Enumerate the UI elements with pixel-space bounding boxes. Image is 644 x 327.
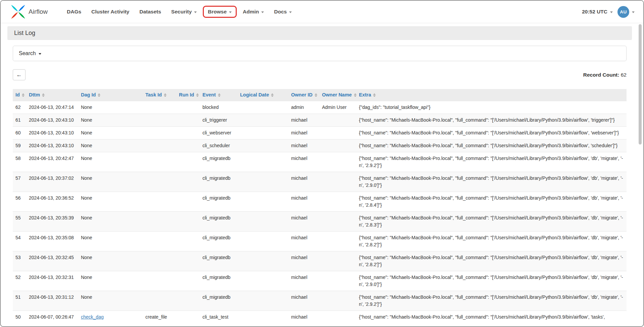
cell-dttm: 2024-06-13, 20:47:14 [26,101,78,114]
cell-run_id [176,271,200,291]
cell-extra: {"host_name": "Michaels-MacBook-Pro.loca… [356,212,627,232]
cell-dag_id: None [78,212,143,232]
cell-owner_id: michael [288,251,319,271]
cell-event: cli_scheduler [200,139,237,152]
nav-item-security[interactable]: Security [166,5,202,18]
cell-id: 57 [13,172,26,192]
cell-run_id [176,192,200,212]
cell-dag_id: None [78,192,143,212]
column-header-dttm[interactable]: Dttm [26,89,78,101]
cell-event: blocked [200,101,237,114]
column-header-task_id[interactable]: Task Id [143,89,176,101]
column-header-extra[interactable]: Extra [356,89,627,101]
dag-id-link[interactable]: check_dag [81,314,104,320]
column-header-label: Run Id [179,92,194,98]
cell-dttm: 2024-06-13, 20:32:45 [26,251,78,271]
back-arrow-icon: ← [16,72,22,78]
cell-dag_id: None [78,114,143,127]
cell-extra: {"host_name": "Michaels-MacBook-Pro.loca… [356,232,627,251]
cell-dttm: 2024-06-13, 20:42:47 [26,152,78,172]
cell-owner_name [319,291,356,311]
column-header-id[interactable]: Id [13,89,26,101]
table-row: 592024-06-13, 20:43:10Nonecli_schedulerm… [13,139,627,152]
cell-task_id [143,212,176,232]
cell-extra: {"host_name": "Michaels-MacBook-Pro.loca… [356,127,627,139]
table-row: 522024-06-13, 20:32:31Nonecli_migratedbm… [13,271,627,291]
sort-icon[interactable] [354,93,357,97]
brand-home-link[interactable]: Airflow [11,4,48,19]
sort-icon[interactable] [196,93,199,97]
cell-extra: {"host_name": "Michaels-MacBook-Pro.loca… [356,192,627,212]
column-header-owner_name[interactable]: Owner Name [319,89,356,101]
panel-body: Search ← Record Count: 62 [7,46,632,323]
scrollbar-thumb[interactable] [639,24,642,145]
clock-label: 20:52 UTC [582,9,607,15]
back-button[interactable]: ← [13,69,26,80]
column-header-label: Task Id [145,92,162,98]
table-row: 582024-06-13, 20:42:47Nonecli_migratedbm… [13,152,627,172]
cell-event: cli_migratedb [200,271,237,291]
search-dropdown[interactable]: Search [13,46,627,61]
sort-icon[interactable] [373,93,376,97]
cell-dag_id: None [78,127,143,139]
cell-extra: {"host_name": "Michaels-MacBook-Pro.loca… [356,172,627,192]
column-header-label: Owner ID [291,92,313,98]
nav-item-cluster-activity[interactable]: Cluster Activity [86,5,134,18]
cell-owner_name [319,192,356,212]
cell-task_id [143,127,176,139]
record-count-label: Record Count: [583,72,619,78]
cell-task_id [143,139,176,152]
cell-owner_id: michael [288,271,319,291]
nav-item-label: DAGs [67,9,81,15]
record-count: Record Count: 62 [583,72,627,78]
cell-task_id [143,232,176,251]
table-row: 612024-06-13, 20:43:10Nonecli_triggererm… [13,114,627,127]
nav-item-dags[interactable]: DAGs [62,5,86,18]
cell-dttm: 2024-06-13, 20:35:39 [26,212,78,232]
cell-id: 58 [13,152,26,172]
nav-item-docs[interactable]: Docs [269,5,297,18]
table-row: 622024-06-13, 20:47:14NoneblockedadminAd… [13,101,627,114]
cell-dag_id: None [78,172,143,192]
clock-dropdown[interactable]: 20:52 UTC [582,9,613,15]
sort-icon[interactable] [218,93,221,97]
column-header-run_id[interactable]: Run Id [176,89,200,101]
column-header-dag_id[interactable]: Dag Id [78,89,143,101]
search-label: Search [19,50,36,56]
column-header-owner_id[interactable]: Owner ID [288,89,319,101]
sort-icon[interactable] [271,93,274,97]
cell-dttm: 2024-06-13, 20:36:52 [26,192,78,212]
sort-icon[interactable] [42,93,45,97]
cell-extra: {"host_name": "Michaels-MacBook-Pro.loca… [356,114,627,127]
cell-task_id: create_file [143,311,176,324]
cell-owner_name: Admin User [319,101,356,114]
cell-owner_name [319,114,356,127]
column-header-logical_date[interactable]: Logical Date [237,89,288,101]
column-header-label: Dag Id [81,92,96,98]
cell-extra: {"dag_ids": "tutorial_taskflow_api"} [356,101,627,114]
sort-icon[interactable] [315,93,317,97]
column-header-label: Logical Date [240,92,269,98]
cell-owner_id: michael [288,311,319,324]
cell-logical_date [237,101,288,114]
nav-item-browse[interactable]: Browse [203,6,237,18]
column-header-event[interactable]: Event [200,89,237,101]
cell-extra: {"host_name": "Michaels-MacBook-Pro.loca… [356,251,627,271]
cell-logical_date [237,152,288,172]
sort-icon[interactable] [22,93,25,97]
navbar: Airflow DAGsCluster ActivityDatasetsSecu… [1,1,643,23]
cell-run_id [176,311,200,324]
cell-run_id [176,127,200,139]
sort-icon[interactable] [164,93,167,97]
column-header-label: Extra [359,92,371,98]
cell-logical_date [237,127,288,139]
nav-item-admin[interactable]: Admin [238,5,269,18]
cell-event: cli_migratedb [200,212,237,232]
cell-event: cli_triggerer [200,114,237,127]
nav-item-datasets[interactable]: Datasets [134,5,166,18]
sort-icon[interactable] [98,93,100,97]
nav-item-label: Admin [243,9,259,15]
cell-logical_date [237,172,288,192]
cell-dag_id: None [78,291,143,311]
user-menu[interactable]: AU [617,6,635,18]
